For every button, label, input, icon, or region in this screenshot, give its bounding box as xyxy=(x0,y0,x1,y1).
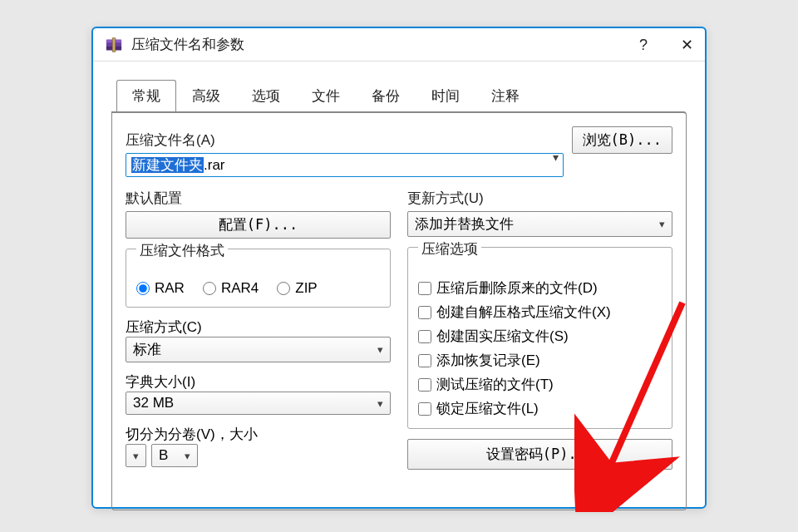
opt-test[interactable]: 测试压缩的文件(T) xyxy=(418,375,662,394)
tab-backup[interactable]: 备份 xyxy=(356,80,416,113)
tabpanel-general: 压缩文件名(A) 新建文件夹.rar ▾ 浏览(B)... 默认配置 配置(F)… xyxy=(111,111,687,510)
browse-button[interactable]: 浏览(B)... xyxy=(572,126,672,154)
method-label: 压缩方式(C) xyxy=(126,318,391,337)
titlebar: 压缩文件名和参数 ? ✕ xyxy=(93,28,705,62)
tab-advanced[interactable]: 高级 xyxy=(176,80,236,113)
format-zip-radio[interactable] xyxy=(277,282,290,295)
chevron-down-icon: ▾ xyxy=(185,450,190,462)
chevron-down-icon: ▾ xyxy=(377,343,383,356)
chevron-down-icon: ▾ xyxy=(133,450,139,462)
window-title: 压缩文件名和参数 xyxy=(131,35,244,54)
filename-suffix: .rar xyxy=(204,157,225,173)
tab-files[interactable]: 文件 xyxy=(296,80,356,113)
options-fieldset: 压缩选项 压缩后删除原来的文件(D) 创建自解压格式压缩文件(X) 创建固实压缩… xyxy=(407,247,672,429)
dictionary-label: 字典大小(I) xyxy=(126,372,391,392)
profiles-button[interactable]: 配置(F)... xyxy=(126,211,391,239)
update-mode-select[interactable]: 添加并替换文件▾ xyxy=(407,211,672,237)
chevron-down-icon: ▾ xyxy=(377,397,383,410)
left-column: 默认配置 配置(F)... 压缩文件格式 RAR RAR4 ZIP 压缩方式(C… xyxy=(126,189,391,470)
close-button[interactable]: ✕ xyxy=(681,36,693,54)
dictionary-select[interactable]: 32 MB▾ xyxy=(126,392,391,415)
options-legend: 压缩选项 xyxy=(418,239,481,259)
update-mode-label: 更新方式(U) xyxy=(407,189,672,208)
format-rar-radio[interactable] xyxy=(136,282,150,295)
format-rar[interactable]: RAR xyxy=(136,280,185,297)
tab-time[interactable]: 时间 xyxy=(416,80,475,113)
format-zip[interactable]: ZIP xyxy=(277,280,317,297)
filename-input[interactable]: 新建文件夹.rar xyxy=(126,153,564,177)
app-icon xyxy=(105,37,123,53)
opt-delete-after[interactable]: 压缩后删除原来的文件(D) xyxy=(418,278,662,298)
split-size-combo[interactable]: ▾ xyxy=(126,444,146,467)
opt-lock[interactable]: 锁定压缩文件(L) xyxy=(418,399,662,418)
format-legend: 压缩文件格式 xyxy=(136,241,228,260)
opt-sfx[interactable]: 创建自解压格式压缩文件(X) xyxy=(418,303,662,322)
chevron-down-icon: ▾ xyxy=(659,218,665,230)
help-button[interactable]: ? xyxy=(639,37,648,54)
filename-selected-text: 新建文件夹 xyxy=(131,157,204,173)
format-fieldset: 压缩文件格式 RAR RAR4 ZIP xyxy=(126,249,391,308)
filename-label: 压缩文件名(A) xyxy=(126,131,564,150)
archive-dialog: 压缩文件名和参数 ? ✕ 常规 高级 选项 文件 备份 时间 注释 压缩文件名(… xyxy=(91,27,707,509)
split-unit-select[interactable]: B▾ xyxy=(151,444,198,467)
method-select[interactable]: 标准▾ xyxy=(126,337,391,362)
tabs: 常规 高级 选项 文件 备份 时间 注释 xyxy=(116,80,687,113)
format-rar4[interactable]: RAR4 xyxy=(203,280,259,297)
right-column: 更新方式(U) 添加并替换文件▾ 压缩选项 压缩后删除原来的文件(D) 创建自解… xyxy=(407,189,672,470)
tab-general[interactable]: 常规 xyxy=(116,80,176,113)
set-password-button[interactable]: 设置密码(P)... xyxy=(407,439,672,470)
split-label: 切分为分卷(V)，大小 xyxy=(126,425,391,444)
default-profile-label: 默认配置 xyxy=(126,189,391,208)
opt-solid[interactable]: 创建固实压缩文件(S) xyxy=(418,327,662,346)
format-rar4-radio[interactable] xyxy=(203,282,216,295)
tab-options[interactable]: 选项 xyxy=(236,80,296,113)
svg-rect-3 xyxy=(112,37,116,51)
opt-recovery[interactable]: 添加恢复记录(E) xyxy=(418,351,662,370)
tab-comment[interactable]: 注释 xyxy=(475,80,535,113)
